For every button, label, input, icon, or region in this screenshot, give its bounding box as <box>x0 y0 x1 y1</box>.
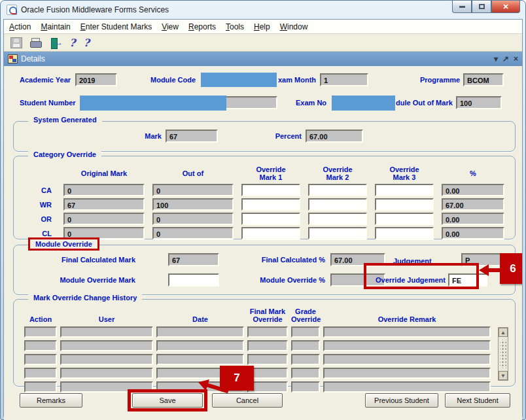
menu-tools[interactable]: Tools <box>226 22 244 31</box>
menu-maintain[interactable]: Maintain <box>41 22 70 31</box>
category-override-headers: Original Mark Out of OverrideMark 1 Over… <box>23 166 515 181</box>
menu-enter-student-marks[interactable]: Enter Student Marks <box>80 22 152 31</box>
out-of-field: 100 <box>152 198 234 211</box>
row-label: CL <box>23 230 56 237</box>
override-mark3-input[interactable] <box>375 198 434 211</box>
history-row <box>24 354 515 365</box>
history-cell <box>247 326 288 338</box>
override-mark1-input[interactable] <box>241 213 300 225</box>
override-mark3-input[interactable] <box>375 227 434 239</box>
history-cell <box>24 340 57 351</box>
student-number-redaction <box>80 96 226 111</box>
history-cell <box>323 381 491 393</box>
history-group: Mark Override Change History Action User… <box>13 299 516 387</box>
history-cell <box>60 354 153 365</box>
print-icon[interactable] <box>30 37 42 48</box>
callout-6-arrow-icon <box>479 264 501 276</box>
details-minimize-icon[interactable]: ▾ <box>494 54 498 63</box>
exit-icon[interactable] <box>50 37 61 48</box>
exam-month-field: 1 <box>320 73 368 86</box>
mark-field: 67 <box>166 130 218 143</box>
category-row-ca: CA000.00 <box>23 184 515 196</box>
restore-button[interactable] <box>472 1 491 13</box>
percent-field: 67.00 <box>442 198 504 211</box>
override-mark1-input[interactable] <box>241 184 300 196</box>
next-student-button[interactable]: Next Student <box>445 393 510 408</box>
minimize-button[interactable] <box>452 1 472 13</box>
menu-action[interactable]: Action <box>9 22 31 31</box>
details-close-icon[interactable]: × <box>514 54 518 63</box>
override-mark3-input[interactable] <box>375 213 434 225</box>
history-cell <box>156 354 244 365</box>
details-maximize-icon[interactable]: ↗ <box>502 54 509 63</box>
client-area: ActionMaintainEnter Student MarksViewRep… <box>3 19 523 417</box>
history-rows <box>14 326 515 393</box>
programme-label: Programme <box>420 76 460 84</box>
history-row <box>24 381 515 393</box>
history-cell <box>247 340 288 351</box>
history-cell <box>323 354 491 365</box>
remarks-button[interactable]: Remarks <box>20 393 82 408</box>
category-override-group: Category Override Original Mark Out of O… <box>13 156 516 239</box>
help-icon[interactable]: ? <box>69 37 75 48</box>
override-mark3-input[interactable] <box>375 184 434 196</box>
user-header: User <box>60 315 153 323</box>
percent-field: 0.00 <box>442 213 504 225</box>
override-mark2-input[interactable] <box>308 213 367 225</box>
help-window-icon[interactable]: ? <box>83 37 89 48</box>
override-mark2-input[interactable] <box>308 227 367 239</box>
mark-label: Mark <box>53 132 162 140</box>
row-label: WR <box>23 201 56 209</box>
student-number-label: Student Number <box>20 99 76 107</box>
module-out-of-mark-label: dule Out of Mark <box>396 99 453 107</box>
out-of-field: 0 <box>152 213 234 225</box>
history-cell <box>247 354 288 365</box>
history-scrollbar[interactable]: ▲ ▼ <box>498 327 508 381</box>
override-mark2-header: OverrideMark 2 <box>308 166 367 181</box>
history-cell <box>291 368 320 379</box>
history-row <box>24 340 515 351</box>
history-cell <box>24 326 57 338</box>
menu-help[interactable]: Help <box>254 22 270 31</box>
history-headers: Action User Date Final MarkOverride Grad… <box>24 307 515 323</box>
category-override-legend: Category Override <box>28 150 101 158</box>
original-mark-field: 0 <box>63 213 145 225</box>
window-controls: ✕ <box>452 1 520 13</box>
details-window-controls: ▾ ↗ × <box>494 54 518 63</box>
system-generated-legend: System Generated <box>28 116 102 124</box>
original-mark-field: 67 <box>63 198 145 211</box>
history-cell <box>323 326 491 338</box>
module-code-redaction <box>201 73 277 87</box>
override-mark1-input[interactable] <box>241 198 300 211</box>
original-mark-header: Original Mark <box>63 169 145 177</box>
previous-student-button[interactable]: Previous Student <box>365 393 438 408</box>
row-label: CA <box>23 186 56 194</box>
history-row <box>24 326 515 338</box>
history-cell <box>60 340 153 351</box>
save-icon[interactable] <box>10 37 22 48</box>
history-cell <box>24 354 57 365</box>
scroll-down-icon[interactable]: ▼ <box>499 371 508 380</box>
history-cell <box>291 340 320 351</box>
history-cell <box>323 368 491 379</box>
override-mark1-input[interactable] <box>241 227 300 239</box>
history-cell <box>156 340 244 351</box>
details-titlebar[interactable]: Details ▾ ↗ × <box>4 52 522 66</box>
close-icon: ✕ <box>502 3 508 11</box>
menu-window[interactable]: Window <box>280 22 308 31</box>
scroll-up-icon[interactable]: ▲ <box>499 328 508 337</box>
details-canvas: Academic Year 2019 Module Code xam Month… <box>4 66 522 420</box>
history-cell <box>24 368 57 379</box>
module-override-mark-input[interactable] <box>168 273 219 287</box>
scrollbar-track[interactable] <box>500 340 506 368</box>
close-button[interactable]: ✕ <box>491 1 520 13</box>
override-mark2-input[interactable] <box>308 198 367 211</box>
system-generated-group: System Generated Mark 67 Percent 67.00 <box>13 121 516 152</box>
override-mark2-input[interactable] <box>308 184 367 196</box>
menu-view[interactable]: View <box>162 22 179 31</box>
menu-reports[interactable]: Reports <box>188 22 216 31</box>
final-calculated-mark-field: 67 <box>168 253 219 266</box>
date-header: Date <box>156 315 244 323</box>
final-calculated-pct-label: Final Calculated % <box>230 256 325 264</box>
override-mark1-header: OverrideMark 1 <box>241 166 300 181</box>
